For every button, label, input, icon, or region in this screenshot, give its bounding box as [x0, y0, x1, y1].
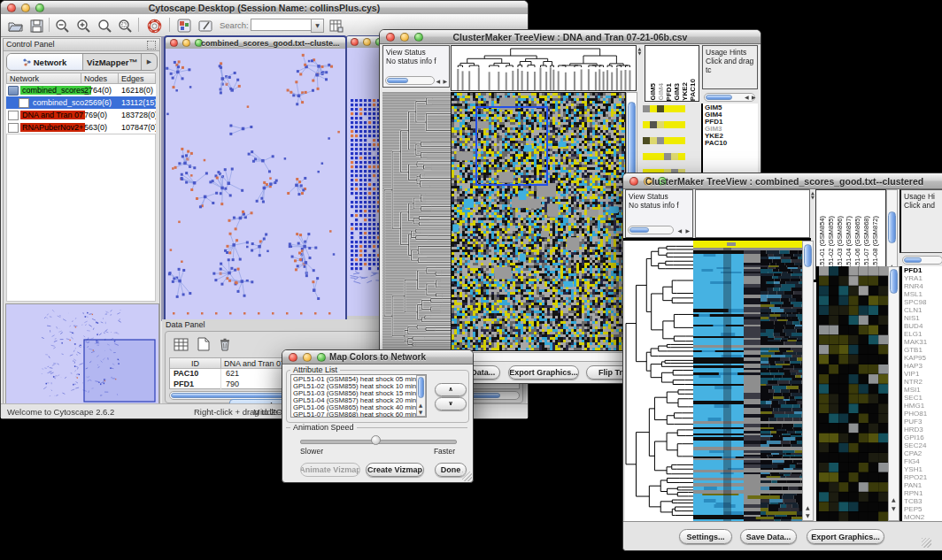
export-graphics-button[interactable]: Export Graphics... [807, 529, 884, 544]
tv2-usage-hscrollbar[interactable] [902, 256, 942, 265]
matrix-cell[interactable] [650, 121, 657, 128]
resize-grip[interactable] [922, 538, 931, 548]
matrix-cell[interactable] [671, 137, 678, 144]
zoom-in-button[interactable] [73, 16, 93, 35]
attribute-list-item[interactable]: GPL51-07 (GSM868) heat shock 60 min [293, 411, 424, 418]
matrix-cell[interactable] [671, 121, 678, 128]
treeview1-titlebar[interactable]: ClusterMaker TreeView : DNA and Tran 07-… [380, 30, 761, 44]
delete-attribute-button[interactable] [215, 334, 235, 354]
matrix-cell[interactable] [678, 121, 685, 128]
close-button[interactable] [170, 39, 178, 47]
matrix-cell[interactable] [650, 105, 657, 112]
scroll-down-icon[interactable]: ▼ [892, 506, 896, 511]
animate-vizmap-button[interactable]: Animate Vizmap [300, 463, 360, 477]
save-data-button[interactable]: Save Data... [740, 529, 797, 544]
scrollbar-thumb[interactable] [888, 211, 896, 243]
network-list-row[interactable]: DNA and Tran 07769(0)183728(0) [6, 109, 156, 121]
network-list-row[interactable]: RNAPuberNov2+563(0)107847(0) [6, 121, 156, 134]
scroll-left-icon[interactable]: ◀ [677, 228, 682, 234]
tv2-column-dendrogram[interactable] [695, 189, 810, 238]
scroll-down-icon[interactable]: ▼ [637, 51, 643, 56]
search-input[interactable] [251, 19, 313, 31]
tv2-detail-vscrollbar[interactable]: ▲ ▼ [888, 266, 900, 521]
minimize-button[interactable] [363, 38, 371, 46]
attribute-list[interactable]: GPL51-01 (GSM854) heat shock 05 minGPL51… [290, 374, 427, 418]
float-panel-icon[interactable] [147, 41, 156, 50]
scroll-down-icon[interactable]: ▼ [806, 513, 810, 518]
tv1-row-dendrogram[interactable] [382, 92, 451, 349]
matrix-cell[interactable] [650, 137, 657, 144]
dialog-titlebar[interactable]: Map Colors to Network [282, 350, 473, 364]
export-graphics-button[interactable]: Export Graphics... [508, 365, 579, 380]
matrix-cell[interactable] [664, 153, 671, 160]
matrix-cell[interactable] [657, 137, 664, 144]
vizmapper-button[interactable] [174, 16, 194, 35]
network-list-row[interactable]: combined_scores_2764(0)16218(0) [6, 84, 156, 96]
tv1-column-dendrogram[interactable] [451, 45, 637, 91]
tabs-more-button[interactable]: ▶ [142, 54, 157, 70]
settings-button[interactable]: Settings... [679, 529, 732, 544]
speed-slider-thumb[interactable] [371, 435, 381, 445]
scrollbar-thumb[interactable] [904, 257, 922, 263]
treeview2-titlebar[interactable]: ClusterMaker TreeView : combined_scores_… [623, 173, 942, 189]
matrix-cell[interactable] [643, 137, 650, 144]
matrix-cell[interactable] [643, 153, 650, 160]
matrix-cell[interactable] [678, 105, 685, 112]
network-overview-thumbnail[interactable] [5, 303, 159, 405]
tv2-status-hscrollbar[interactable] [628, 226, 674, 234]
new-attribute-button[interactable] [194, 334, 213, 354]
scrollbar-thumb[interactable] [804, 244, 812, 267]
tv2-heatmap[interactable] [693, 241, 802, 521]
scroll-left-icon[interactable]: ◀ [436, 79, 440, 84]
resize-grip[interactable] [462, 472, 472, 481]
matrix-cell[interactable] [678, 137, 685, 144]
network-list-row[interactable]: combined_sco2569(6)13112(15) [6, 96, 156, 109]
save-session-button[interactable] [27, 16, 46, 35]
matrix-cell[interactable] [657, 121, 664, 128]
network-view-window-1[interactable]: combined_scores_good.txt--cluste... [164, 35, 347, 321]
matrix-cell[interactable] [664, 121, 671, 128]
matrix-cell[interactable] [650, 153, 657, 160]
create-vizmap-button[interactable]: Create Vizmap [366, 463, 424, 477]
matrix-cell[interactable] [657, 153, 664, 160]
attribute-list-vscrollbar[interactable]: ▲ ▼ [416, 375, 426, 417]
matrix-cell[interactable] [664, 137, 671, 144]
search-dropdown-button[interactable]: ▼ [311, 19, 324, 33]
network-canvas-1[interactable] [166, 49, 345, 319]
minimize-button[interactable] [182, 39, 190, 47]
tab-vizmapper[interactable]: VizMapper™ [83, 54, 142, 70]
scrollbar-thumb[interactable] [418, 377, 424, 398]
select-attributes-button[interactable] [171, 334, 190, 354]
zoom-selected-button[interactable] [115, 16, 135, 35]
annotation-button[interactable] [196, 16, 215, 35]
scroll-left-icon[interactable]: ◀ [745, 95, 749, 100]
scroll-up-icon[interactable]: ▲ [806, 505, 810, 510]
tv2-detail-heatmap[interactable] [816, 266, 888, 521]
tv2-row-dendrogram[interactable] [625, 241, 693, 521]
tab-network[interactable]: Network [7, 54, 83, 70]
cytoscape-titlebar[interactable]: Cytoscape Desktop (Session Name: collins… [1, 1, 528, 15]
scroll-down-icon[interactable]: ▼ [419, 410, 422, 416]
tv1-status-hscrollbar[interactable] [385, 76, 435, 85]
scrollbar-thumb[interactable] [706, 95, 732, 100]
matrix-cell[interactable] [643, 121, 650, 128]
matrix-cell[interactable] [671, 105, 678, 112]
scrollbar-thumb[interactable] [629, 227, 649, 233]
scroll-right-icon[interactable]: ▶ [752, 95, 756, 100]
scrollbar-thumb[interactable] [890, 269, 898, 294]
matrix-cell[interactable] [678, 153, 685, 160]
scroll-up-icon[interactable]: ▲ [419, 403, 422, 409]
open-session-button[interactable] [5, 16, 25, 35]
move-up-button[interactable]: ∧ [435, 383, 467, 396]
tv2-heatmap-vscrollbar[interactable]: ▲ ▼ [802, 241, 814, 521]
matrix-cell[interactable] [643, 105, 650, 112]
matrix-cell[interactable] [664, 105, 671, 112]
zoom-fit-button[interactable] [95, 16, 114, 35]
scrollbar-thumb[interactable] [387, 78, 408, 83]
scroll-right-icon[interactable]: ▶ [685, 228, 690, 234]
scroll-up-icon[interactable]: ▲ [892, 497, 896, 502]
tv1-heatmap[interactable] [451, 92, 626, 351]
scroll-right-icon[interactable]: ▶ [443, 79, 447, 84]
tv1-zoom-matrix[interactable] [643, 105, 685, 148]
zoom-out-button[interactable] [52, 16, 72, 35]
